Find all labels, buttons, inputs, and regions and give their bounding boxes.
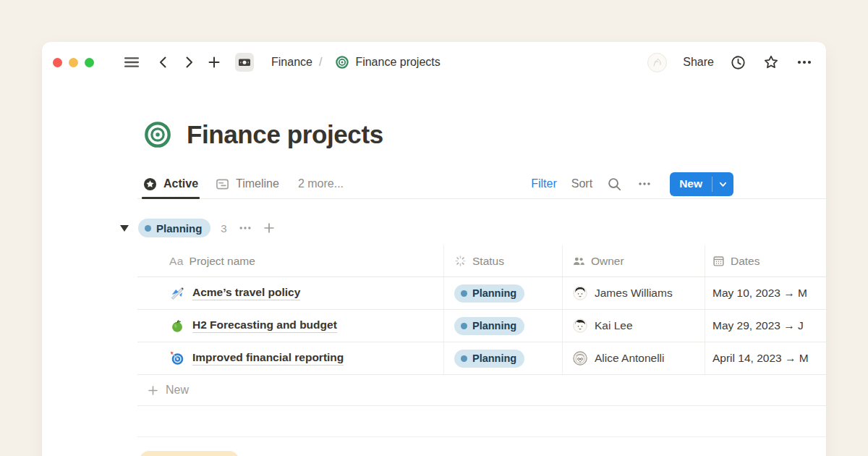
more-options-icon[interactable] [796,54,813,71]
cell-owner[interactable]: Kai Lee [563,310,705,342]
table-row: Acme’s travel policy Planning James Will… [137,277,826,310]
cell-dates[interactable]: May 29, 2023 → J [705,310,826,342]
status-dot [461,323,467,329]
table-row: Improved financial reporting Planning Al… [137,342,826,375]
status-label: Planning [472,352,516,364]
breadcrumb-page[interactable]: Finance projects [335,55,440,69]
close-window-button[interactable] [53,58,62,67]
airplane-icon [169,285,185,301]
date-range: April 14, 2023 → M [712,352,809,365]
owner-name: Alice Antonelli [595,352,665,365]
collapse-triangle-icon[interactable] [120,225,129,232]
group-more-icon[interactable] [238,221,252,235]
column-header-project-name[interactable]: Aa Project name [137,245,444,276]
date-range: May 10, 2023 → M [712,287,807,300]
column-label: Dates [731,255,760,268]
owner-avatar [572,318,588,334]
tab-active-view[interactable]: Active [143,169,198,198]
page-title: Finance projects [187,120,383,149]
project-name-link[interactable]: H2 Forecasting and budget [192,318,337,333]
cell-project-name[interactable]: Acme’s travel policy [137,277,444,309]
tab-timeline-label: Timeline [236,177,279,190]
new-row-label: New [166,384,189,397]
project-name-link[interactable]: Acme’s travel policy [192,286,300,300]
cell-owner[interactable]: Alice Antonelli [563,342,705,374]
column-header-dates[interactable]: Dates [705,245,826,276]
history-clock-icon[interactable] [730,54,746,71]
people-icon [572,255,585,268]
timeline-view-icon [216,177,229,191]
new-button-chevron-down-icon[interactable] [712,172,733,196]
apple-icon [169,318,185,334]
sidebar-menu-icon[interactable] [123,54,140,71]
calendar-icon [712,255,725,267]
group-status-pill[interactable]: Planning [138,219,210,237]
owner-avatar [572,350,588,366]
text-property-icon: Aa [169,255,184,268]
status-dot [461,290,467,297]
page-header: Finance projects [137,119,826,151]
share-button[interactable]: Share [683,56,714,69]
cell-status[interactable]: Planning [444,277,563,309]
column-header-owner[interactable]: Owner [563,245,705,276]
status-pill: Planning [454,350,524,368]
status-pill: Planning [454,284,524,303]
notion-window: Finance / Finance projects Share [42,42,826,456]
breadcrumb-workspace[interactable]: Finance [271,56,312,69]
starred-view-icon [143,177,157,191]
projects-table: Aa Project name Status Owner Dates [137,245,826,437]
back-icon[interactable] [156,55,171,69]
window-controls [53,58,94,67]
group-add-icon[interactable] [263,221,276,235]
sort-button[interactable]: Sort [571,177,592,190]
plus-icon [147,384,159,397]
target-icon-small [335,55,349,69]
cell-status[interactable]: Planning [444,310,563,342]
owner-avatar [572,285,588,301]
owner-name: Kai Lee [595,319,633,332]
status-spinner-icon [454,255,467,267]
filter-button[interactable]: Filter [531,177,557,190]
date-range: May 29, 2023 → J [712,319,804,332]
view-bar: Active Timeline 2 more... Filter Sort Ne… [137,169,826,199]
more-views-button[interactable]: 2 more... [298,177,344,190]
owner-name: James Williams [595,287,673,300]
group-header-planning: Planning 3 [120,217,826,239]
tab-timeline-view[interactable]: Timeline [216,169,279,198]
status-dot [461,355,467,362]
group-label: Planning [156,222,202,235]
column-label: Project name [190,255,255,268]
table-header-row: Aa Project name Status Owner Dates [137,245,826,277]
project-name-link[interactable]: Improved financial reporting [192,351,344,366]
cell-owner[interactable]: James Williams [563,277,705,309]
topbar: Finance / Finance projects Share [42,42,826,83]
search-icon[interactable] [607,177,622,192]
breadcrumb-page-label: Finance projects [355,56,440,69]
cell-dates[interactable]: May 10, 2023 → M [705,277,826,309]
favorite-star-icon[interactable] [762,54,780,71]
avatar[interactable] [647,53,667,72]
cell-dates[interactable]: April 14, 2023 → M [705,342,826,374]
status-label: Planning [472,320,516,332]
new-button[interactable]: New [670,172,733,196]
minimize-window-button[interactable] [69,58,78,67]
tab-active-label: Active [163,177,198,190]
add-page-icon[interactable] [207,55,221,69]
table-row: H2 Forecasting and budget Planning Kai L… [137,310,826,342]
cell-status[interactable]: Planning [444,342,563,374]
status-dot [145,225,151,232]
column-header-status[interactable]: Status [444,245,563,276]
next-group-pill-partial[interactable] [140,451,239,456]
cell-project-name[interactable]: H2 Forecasting and budget [137,310,444,342]
dart-icon [169,350,185,366]
group-count: 3 [221,222,226,235]
view-options-icon[interactable] [637,176,652,192]
zoom-window-button[interactable] [85,58,94,67]
cell-project-name[interactable]: Improved financial reporting [137,342,444,374]
target-icon [144,121,171,148]
column-label: Owner [591,255,624,268]
new-row-button[interactable]: New [137,375,826,406]
new-button-label[interactable]: New [670,172,712,196]
workspace-banknote-icon[interactable] [235,53,254,72]
forward-icon[interactable] [182,55,196,69]
